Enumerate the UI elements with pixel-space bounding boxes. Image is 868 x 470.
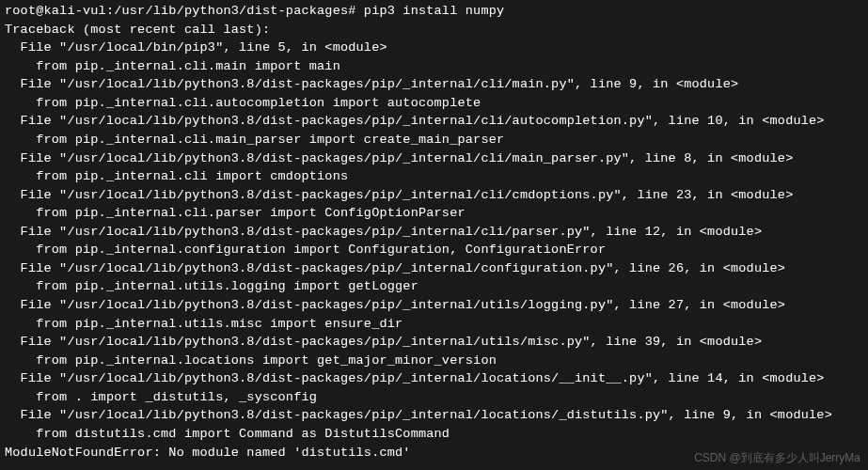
csdn-watermark: CSDN @到底有多少人叫JerryMa [694, 450, 860, 466]
terminal-output[interactable]: root@kali-vul:/usr/lib/python3/dist-pack… [5, 2, 863, 462]
